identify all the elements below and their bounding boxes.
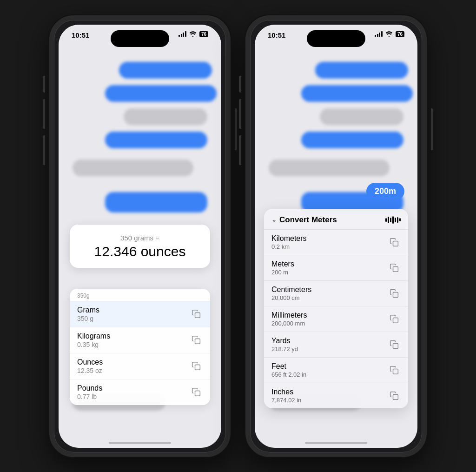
meters-list-item[interactable]: Yards 218.72 yd: [264, 332, 408, 358]
mute-button: [43, 76, 45, 93]
svg-rect-5: [393, 266, 398, 272]
item-name: Pounds: [77, 384, 102, 392]
list-item[interactable]: Kilograms 0.35 kg: [70, 327, 210, 353]
bg-bubble: [124, 108, 207, 125]
meters-panel: ⌄ Convert Meters Kilom: [264, 209, 408, 408]
m-name: Centimeters: [271, 286, 311, 294]
m-value: 20,000 cm: [271, 294, 311, 301]
phone-frame-2: 10:51 76 200m: [245, 15, 427, 457]
conversion-equation: 350 grams =: [81, 234, 199, 242]
svg-rect-3: [195, 391, 200, 396]
copy-icon[interactable]: [388, 338, 401, 351]
m-name: Kilometers: [271, 234, 307, 243]
m-name: Millimeters: [271, 311, 307, 319]
list-item-text: Ounces 12.35 oz: [77, 358, 103, 374]
status-icons-2: 76: [375, 31, 404, 37]
mute-button-2: [239, 76, 241, 93]
item-value: 350 g: [77, 315, 99, 322]
m-value: 218.72 yd: [271, 346, 298, 352]
list-item-text: Kilograms 0.35 kg: [77, 332, 110, 348]
bg-bubble: [301, 85, 413, 102]
volume-up-button: [43, 99, 45, 129]
meters-list-item[interactable]: Feet 656 ft 2.02 in: [264, 358, 408, 383]
meters-item-text: Meters 200 m: [271, 260, 294, 276]
phone-2: 10:51 76 200m: [245, 15, 427, 457]
meters-item-text: Centimeters 20,000 cm: [271, 286, 311, 301]
copy-icon[interactable]: [190, 386, 203, 399]
svg-rect-2: [195, 365, 200, 370]
conversion-result: 12.346 ounces: [81, 244, 199, 259]
m-value: 656 ft 2.02 in: [271, 371, 306, 378]
meters-list-item[interactable]: Meters 200 m: [264, 255, 408, 281]
meters-bubble: 200m: [366, 183, 404, 200]
item-value: 0.35 kg: [77, 341, 110, 348]
copy-icon[interactable]: [388, 364, 401, 377]
bg-bubble: [105, 85, 217, 102]
copy-icon[interactable]: [388, 261, 401, 274]
phone-frame-1: 10:51 76 350 grams = 12: [49, 15, 231, 457]
list-item[interactable]: Grams 350 g: [70, 301, 210, 327]
svg-rect-6: [393, 292, 398, 297]
bg-bubble: [320, 108, 403, 125]
m-value: 0.2 km: [271, 243, 307, 250]
meters-list-item[interactable]: Inches 7,874.02 in: [264, 383, 408, 408]
bg-bubble: [73, 160, 193, 176]
meters-item-text: Millimeters 200,000 mm: [271, 311, 307, 327]
panel-header: ⌄ Convert Meters: [264, 209, 408, 230]
bg-bubble: [105, 132, 207, 148]
volume-up-button-2: [239, 99, 241, 129]
svg-rect-1: [195, 339, 200, 344]
meters-list-item[interactable]: Centimeters 20,000 cm: [264, 281, 408, 306]
meters-item-text: Inches 7,874.02 in: [271, 388, 301, 404]
bg-bubble: [269, 160, 390, 176]
status-icons-1: 76: [178, 31, 208, 37]
list-item-text: Grams 350 g: [77, 306, 99, 322]
meters-item-text: Yards 218.72 yd: [271, 337, 298, 352]
meters-item-text: Feet 656 ft 2.02 in: [271, 362, 306, 378]
meters-item-text: Kilometers 0.2 km: [271, 234, 307, 250]
item-name: Grams: [77, 306, 99, 314]
signal-icon: [375, 31, 383, 37]
waveform-icon: [385, 216, 401, 224]
status-time-2: 10:51: [268, 31, 285, 39]
copy-icon[interactable]: [190, 359, 203, 372]
list-item[interactable]: Pounds 0.77 lb: [70, 379, 210, 405]
m-value: 200 m: [271, 269, 294, 276]
meters-list-item[interactable]: Kilometers 0.2 km: [264, 230, 408, 255]
volume-down-button: [43, 135, 45, 165]
meters-list-item[interactable]: Millimeters 200,000 mm: [264, 306, 408, 332]
copy-icon[interactable]: [190, 307, 203, 320]
wifi-icon: [385, 31, 393, 37]
bg-bubble: [119, 62, 212, 79]
copy-icon[interactable]: [388, 287, 401, 300]
power-button: [235, 108, 237, 150]
copy-icon[interactable]: [388, 389, 401, 402]
list-item[interactable]: Ounces 12.35 oz: [70, 353, 210, 379]
bg-bubble: [301, 132, 403, 148]
item-value: 12.35 oz: [77, 367, 103, 374]
phone-screen-1: 10:51 76 350 grams = 12: [59, 25, 221, 448]
signal-icon: [178, 31, 186, 37]
svg-rect-10: [393, 394, 398, 399]
home-indicator-2: [305, 442, 367, 444]
svg-rect-8: [393, 343, 398, 348]
item-name: Kilograms: [77, 332, 110, 340]
copy-icon[interactable]: [388, 312, 401, 326]
m-value: 200,000 mm: [271, 320, 307, 327]
m-name: Feet: [271, 362, 306, 371]
item-value: 0.77 lb: [77, 393, 102, 400]
power-button-2: [431, 108, 433, 150]
chevron-down-icon: ⌄: [271, 216, 277, 223]
copy-icon[interactable]: [388, 236, 401, 249]
svg-rect-4: [393, 241, 398, 246]
dynamic-island-2: [307, 30, 365, 47]
home-indicator-1: [109, 442, 171, 444]
svg-rect-0: [195, 313, 200, 318]
list-header: 350g: [70, 289, 210, 301]
wifi-icon: [189, 31, 197, 37]
phone-1: 10:51 76 350 grams = 12: [49, 15, 231, 457]
copy-icon[interactable]: [190, 333, 203, 346]
conversion-card: 350 grams = 12.346 ounces: [70, 225, 210, 268]
conversion-list: 350g Grams 350 g Kilogra: [70, 289, 210, 405]
m-name: Inches: [271, 388, 301, 396]
